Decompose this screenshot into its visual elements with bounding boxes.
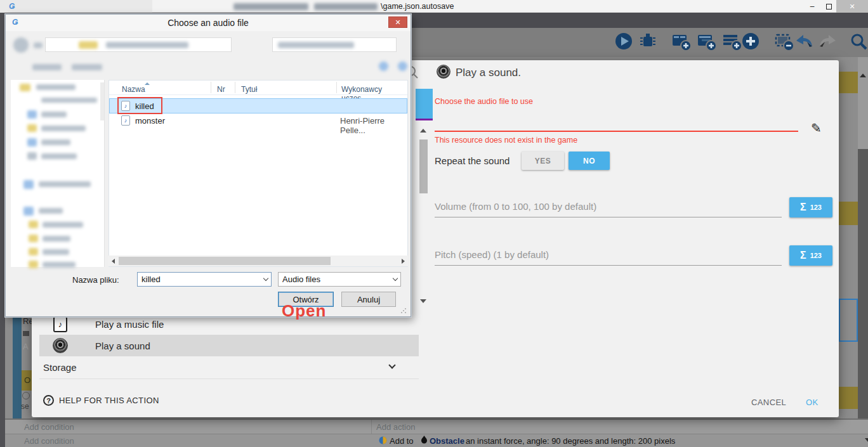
audio-file-input[interactable] <box>435 116 798 130</box>
instruction-group-storage[interactable]: Storage <box>39 357 419 377</box>
column-divider[interactable] <box>336 82 337 93</box>
nav-tree-item[interactable] <box>41 98 97 103</box>
nav-tree-item[interactable] <box>43 249 69 255</box>
open-annotation-text: Open <box>282 301 326 321</box>
repeat-yes-button[interactable]: YES <box>522 152 564 170</box>
view-options-icon[interactable] <box>379 62 388 71</box>
selected-category-block[interactable] <box>416 89 433 119</box>
filename-combobox[interactable]: killed <box>137 272 272 287</box>
list-scroll-down-icon[interactable] <box>420 299 426 303</box>
file-dialog-close-button[interactable]: ✕ <box>388 16 407 28</box>
debug-icon[interactable] <box>638 32 657 51</box>
events-scrollbar-track[interactable] <box>858 149 868 447</box>
scroll-right-arrow-icon[interactable] <box>402 259 405 264</box>
hscrollbar-thumb[interactable] <box>119 257 331 265</box>
event-block[interactable] <box>839 387 858 409</box>
pitch-input-underline <box>435 265 782 266</box>
pitch-input-placeholder[interactable]: Pitch (speed) (1 by default) <box>435 249 549 260</box>
list-scroll-up-icon[interactable] <box>420 129 426 133</box>
add-button-icon[interactable] <box>741 32 760 51</box>
volume-expression-button[interactable]: Σ 123 <box>789 197 832 217</box>
column-header-title[interactable]: Tytuł <box>241 85 257 94</box>
column-header-name[interactable]: Nazwa <box>122 85 145 94</box>
nav-tree-item[interactable] <box>41 126 86 131</box>
force-action-prefix[interactable]: Add to <box>390 436 414 446</box>
computer-icon <box>23 180 34 189</box>
ok-button[interactable]: OK <box>806 398 819 407</box>
help-icon[interactable] <box>398 62 407 71</box>
event-block[interactable] <box>839 202 858 225</box>
file-list-hscrollbar[interactable] <box>109 256 408 266</box>
scroll-down-arrow-icon[interactable] <box>865 438 868 442</box>
obstacle-object-icon <box>421 436 427 444</box>
network-icon <box>27 138 37 146</box>
pane-divider[interactable] <box>104 80 105 267</box>
window-title: \game.json.autosave <box>381 2 454 11</box>
scroll-left-arrow-icon[interactable] <box>112 259 115 264</box>
nav-tree-item[interactable] <box>43 236 70 242</box>
nav-tree-item[interactable] <box>39 181 91 187</box>
cancel-button[interactable]: CANCEL <box>751 398 786 407</box>
play-button-icon[interactable] <box>614 32 633 51</box>
nav-tree-item[interactable] <box>41 139 70 145</box>
choose-resource-brush-icon[interactable]: ✎ <box>811 120 822 136</box>
add-event-icon[interactable] <box>671 32 692 52</box>
list-scrollbar-thumb[interactable] <box>419 139 428 193</box>
search-toolbar-icon[interactable] <box>849 32 868 51</box>
back-button[interactable] <box>13 37 29 53</box>
audio-file-input-underline <box>435 131 798 132</box>
add-condition-link[interactable]: Add condition <box>24 422 74 432</box>
help-for-action-link[interactable]: ? HELP FOR THIS ACTION <box>43 395 159 406</box>
folder-icon <box>29 235 38 242</box>
force-action-object[interactable]: Obstacle <box>430 436 464 446</box>
search-box[interactable] <box>272 37 397 52</box>
force-action-suffix[interactable]: an instant force, angle: 90 degrees and … <box>466 436 675 446</box>
redacted-path-text <box>106 42 188 48</box>
volume-input-underline <box>435 217 782 217</box>
nav-tree-item[interactable] <box>39 208 63 214</box>
file-row-monster[interactable]: ♪ monster Henri-Pierre Pelle... <box>110 113 407 127</box>
events-scrollbar-track[interactable] <box>858 57 868 149</box>
nav-tree-item[interactable] <box>41 153 77 159</box>
volume-input-placeholder[interactable]: Volume (from 0 to 100, 100 by default) <box>435 201 596 212</box>
chevron-down-icon <box>261 278 271 280</box>
delete-event-icon[interactable] <box>774 32 794 52</box>
folder-icon <box>27 124 37 132</box>
redo-icon[interactable] <box>819 33 838 49</box>
new-folder-button[interactable] <box>72 64 102 70</box>
organize-menu[interactable] <box>32 64 62 70</box>
repeat-no-button[interactable]: NO <box>569 152 610 170</box>
redacted-search-text <box>278 42 354 48</box>
add-comment-icon[interactable] <box>722 32 742 52</box>
column-header-nr[interactable]: Nr <box>217 85 225 94</box>
nav-tree-item[interactable] <box>36 84 76 90</box>
pitch-expression-button[interactable]: Σ 123 <box>789 245 832 266</box>
redacted-title-text <box>314 3 378 10</box>
add-condition-link[interactable]: Add condition <box>24 436 74 446</box>
column-divider[interactable] <box>211 82 211 93</box>
instruction-item-play-sound[interactable]: Play a sound <box>39 335 419 356</box>
add-action-link[interactable]: Add action <box>376 422 415 432</box>
forward-button[interactable] <box>34 42 43 48</box>
event-fragment: A <box>23 342 29 351</box>
minimize-button[interactable]: – <box>805 0 820 13</box>
undo-icon[interactable] <box>794 33 813 49</box>
cancel-file-button[interactable]: Anuluj <box>341 292 396 307</box>
file-dialog-titlebar[interactable]: Ǥ Choose an audio file ✕ <box>6 15 411 31</box>
instruction-item-play-music[interactable]: ♪ Play a music file <box>39 314 419 334</box>
address-bar[interactable] <box>45 37 232 52</box>
close-button[interactable]: ✕ <box>836 0 868 13</box>
nav-tree-item[interactable] <box>43 222 83 228</box>
column-divider[interactable] <box>235 82 235 93</box>
nav-tree-item[interactable] <box>43 262 76 268</box>
scroll-up-arrow-icon[interactable] <box>860 74 866 77</box>
highlighted-event-block[interactable] <box>839 299 858 342</box>
nav-tree-item[interactable] <box>41 112 67 117</box>
help-icon: ? <box>43 395 54 406</box>
filetype-combobox[interactable]: Audio files <box>278 272 401 287</box>
filename-label: Nazwa pliku: <box>72 275 119 285</box>
resize-grip[interactable] <box>400 308 407 314</box>
event-block[interactable] <box>839 72 858 93</box>
restore-button[interactable] <box>821 0 836 13</box>
add-subevent-icon[interactable] <box>697 32 717 52</box>
